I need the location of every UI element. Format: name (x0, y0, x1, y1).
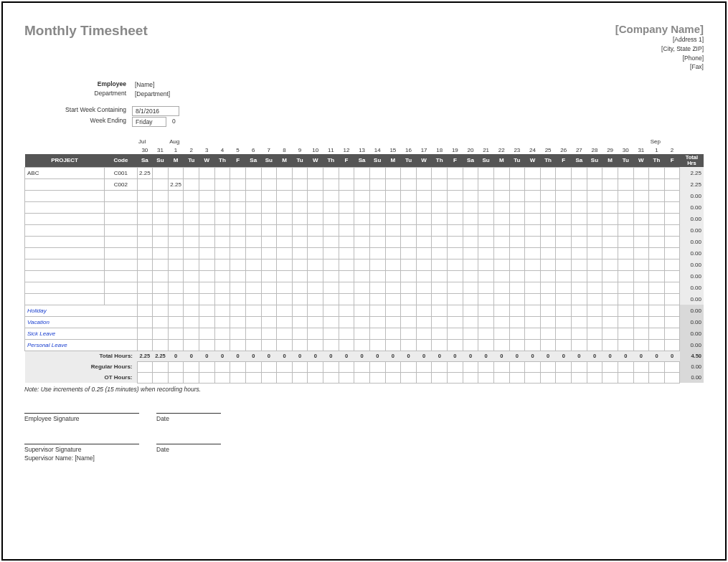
hours-cell[interactable] (245, 328, 261, 339)
code-cell[interactable] (105, 201, 137, 213)
hours-cell[interactable] (277, 224, 293, 236)
hours-cell[interactable] (649, 167, 665, 178)
summary-cell[interactable] (540, 361, 556, 372)
hours-cell[interactable] (463, 190, 478, 201)
hours-cell[interactable] (463, 224, 478, 236)
hours-cell[interactable] (509, 236, 525, 247)
hours-cell[interactable] (664, 305, 680, 316)
hours-cell[interactable] (416, 236, 432, 247)
hours-cell[interactable] (369, 213, 385, 224)
hours-cell[interactable] (199, 328, 215, 339)
hours-cell[interactable] (292, 339, 308, 351)
hours-cell[interactable] (633, 293, 649, 305)
hours-cell[interactable] (230, 190, 246, 201)
hours-cell[interactable] (448, 167, 463, 178)
hours-cell[interactable] (385, 316, 401, 328)
hours-cell[interactable] (416, 167, 432, 178)
hours-cell[interactable] (323, 247, 339, 259)
hours-cell[interactable] (478, 328, 494, 339)
summary-cell[interactable] (602, 372, 618, 383)
summary-cell[interactable] (540, 372, 556, 383)
hours-cell[interactable]: 2.25 (137, 167, 153, 178)
hours-cell[interactable] (308, 213, 323, 224)
hours-cell[interactable] (168, 305, 184, 316)
summary-cell[interactable] (618, 372, 633, 383)
hours-cell[interactable] (308, 224, 323, 236)
hours-cell[interactable] (292, 259, 308, 270)
hours-cell[interactable] (214, 293, 230, 305)
hours-cell[interactable] (618, 201, 633, 213)
hours-cell[interactable] (153, 316, 169, 328)
hours-cell[interactable] (572, 178, 587, 190)
hours-cell[interactable] (525, 339, 541, 351)
hours-cell[interactable] (633, 178, 649, 190)
summary-cell[interactable] (199, 361, 215, 372)
hours-cell[interactable] (649, 201, 665, 213)
hours-cell[interactable] (261, 236, 277, 247)
hours-cell[interactable] (323, 213, 339, 224)
hours-cell[interactable] (572, 328, 587, 339)
hours-cell[interactable] (463, 282, 478, 293)
hours-cell[interactable] (509, 167, 525, 178)
hours-cell[interactable] (618, 259, 633, 270)
project-cell[interactable] (25, 201, 105, 213)
hours-cell[interactable] (261, 282, 277, 293)
hours-cell[interactable] (416, 213, 432, 224)
hours-cell[interactable] (385, 167, 401, 178)
hours-cell[interactable] (401, 259, 417, 270)
hours-cell[interactable] (448, 213, 463, 224)
hours-cell[interactable] (277, 282, 293, 293)
summary-cell[interactable] (478, 361, 494, 372)
summary-cell[interactable] (137, 372, 153, 383)
hours-cell[interactable] (199, 282, 215, 293)
hours-cell[interactable] (633, 167, 649, 178)
hours-cell[interactable] (478, 190, 494, 201)
hours-cell[interactable] (432, 224, 448, 236)
hours-cell[interactable] (339, 190, 354, 201)
hours-cell[interactable] (354, 190, 370, 201)
hours-cell[interactable] (153, 293, 169, 305)
summary-cell[interactable] (587, 361, 602, 372)
hours-cell[interactable] (339, 339, 354, 351)
hours-cell[interactable] (664, 236, 680, 247)
project-cell[interactable] (25, 213, 105, 224)
summary-cell[interactable] (168, 372, 184, 383)
hours-cell[interactable] (261, 247, 277, 259)
summary-cell[interactable] (199, 372, 215, 383)
summary-cell[interactable] (572, 372, 587, 383)
hours-cell[interactable] (416, 305, 432, 316)
hours-cell[interactable] (556, 282, 572, 293)
hours-cell[interactable] (245, 178, 261, 190)
hours-cell[interactable] (261, 167, 277, 178)
hours-cell[interactable] (602, 316, 618, 328)
hours-cell[interactable] (432, 201, 448, 213)
hours-cell[interactable] (633, 213, 649, 224)
hours-cell[interactable] (432, 247, 448, 259)
hours-cell[interactable] (339, 178, 354, 190)
hours-cell[interactable] (478, 178, 494, 190)
hours-cell[interactable] (339, 305, 354, 316)
hours-cell[interactable] (633, 236, 649, 247)
hours-cell[interactable] (602, 167, 618, 178)
hours-cell[interactable] (572, 293, 587, 305)
hours-cell[interactable] (323, 305, 339, 316)
hours-cell[interactable] (540, 201, 556, 213)
project-cell[interactable] (25, 224, 105, 236)
hours-cell[interactable] (354, 316, 370, 328)
hours-cell[interactable] (339, 213, 354, 224)
hours-cell[interactable] (230, 305, 246, 316)
project-cell[interactable] (25, 190, 105, 201)
hours-cell[interactable] (525, 247, 541, 259)
hours-cell[interactable] (664, 282, 680, 293)
hours-cell[interactable] (153, 305, 169, 316)
hours-cell[interactable] (323, 201, 339, 213)
hours-cell[interactable] (432, 293, 448, 305)
hours-cell[interactable] (339, 236, 354, 247)
hours-cell[interactable] (587, 328, 602, 339)
hours-cell[interactable] (432, 167, 448, 178)
hours-cell[interactable] (230, 224, 246, 236)
hours-cell[interactable] (385, 213, 401, 224)
hours-cell[interactable] (493, 178, 509, 190)
hours-cell[interactable] (137, 201, 153, 213)
summary-cell[interactable] (664, 361, 680, 372)
